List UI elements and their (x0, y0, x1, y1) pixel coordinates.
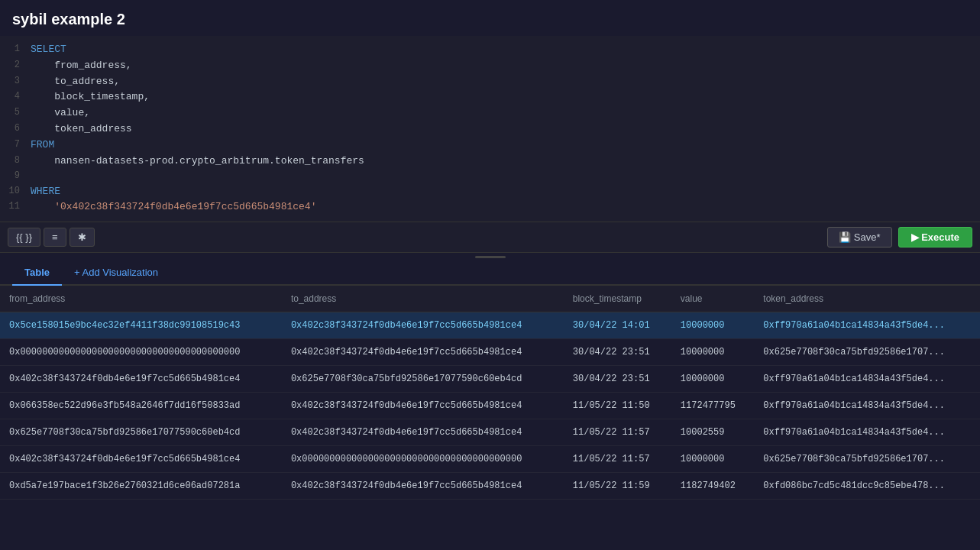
table-cell: 0x402c38f343724f0db4e6e19f7cc5d665b4981c… (282, 312, 564, 339)
page-title: sybil example 2 (0, 0, 980, 36)
table-cell: 0x402c38f343724f0db4e6e19f7cc5d665b4981c… (0, 446, 282, 473)
table-cell: 10000000 (671, 366, 754, 393)
table-cell: 30/04/22 14:01 (564, 312, 671, 339)
table-cell: 0x5ce158015e9bc4ec32ef4411f38dc99108519c… (0, 312, 282, 339)
format-json-button[interactable]: {{ }} (8, 228, 40, 247)
toolbar: {{ }} ≡ ✱ 💾 Save* ▶ Execute (0, 222, 980, 252)
table-cell: 11/05/22 11:50 (564, 393, 671, 419)
table-cell: 10000000 (671, 446, 754, 473)
tab-add-visualization[interactable]: + Add Visualization (62, 260, 170, 284)
table-cell: 11/05/22 11:57 (564, 446, 671, 473)
table-cell: 0xff970a61a04b1ca14834a43f5de4... (754, 312, 980, 339)
table-cell: 0x625e7708f30ca75bfd92586e1707... (754, 339, 980, 366)
table-row: 0x625e7708f30ca75bfd92586e17077590c60eb4… (0, 419, 980, 446)
table-cell: 0xd5a7e197bace1f3b26e2760321d6ce06ad0728… (0, 473, 282, 500)
table-row: 0x402c38f343724f0db4e6e19f7cc5d665b4981c… (0, 446, 980, 473)
execute-button[interactable]: ▶ Execute (898, 227, 972, 247)
col-to-address: to_address (282, 286, 564, 312)
format-other-button[interactable]: ✱ (70, 228, 95, 247)
table-cell: 0xff970a61a04b1ca14834a43f5de4... (754, 419, 980, 446)
tab-table[interactable]: Table (12, 260, 62, 286)
table-cell: 1182749402 (671, 473, 754, 500)
table-wrapper[interactable]: from_address to_address block_timestamp … (0, 286, 980, 550)
table-cell: 10000000 (671, 339, 754, 366)
table-cell: 0x402c38f343724f0db4e6e19f7cc5d665b4981c… (282, 419, 564, 446)
results-table: from_address to_address block_timestamp … (0, 286, 980, 500)
col-token-address: token_address (754, 286, 980, 312)
table-cell: 10002559 (671, 419, 754, 446)
table-cell: 0x625e7708f30ca75bfd92586e17077590c60eb4… (282, 366, 564, 393)
divider-handle[interactable] (0, 253, 980, 260)
table-cell: 1172477795 (671, 393, 754, 419)
table-cell: 0x00000000000000000000000000000000000000… (0, 339, 282, 366)
table-cell: 10000000 (671, 312, 754, 339)
table-cell: 0x066358ec522d96e3fb548a2646f7dd16f50833… (0, 393, 282, 419)
table-cell: 30/04/22 23:51 (564, 339, 671, 366)
save-button[interactable]: 💾 Save* (827, 227, 891, 247)
table-cell: 0x402c38f343724f0db4e6e19f7cc5d665b4981c… (0, 366, 282, 393)
table-cell: 0x625e7708f30ca75bfd92586e17077590c60eb4… (0, 419, 282, 446)
table-row: 0x066358ec522d96e3fb548a2646f7dd16f50833… (0, 393, 980, 419)
table-row: 0x5ce158015e9bc4ec32ef4411f38dc99108519c… (0, 312, 980, 339)
table-cell: 0x402c38f343724f0db4e6e19f7cc5d665b4981c… (282, 473, 564, 500)
tabs-bar: Table + Add Visualization (0, 260, 980, 286)
results-section: Table + Add Visualization from_address t… (0, 260, 980, 550)
table-cell: 0x402c38f343724f0db4e6e19f7cc5d665b4981c… (282, 393, 564, 419)
table-cell: 0xfd086bc7cd5c481dcc9c85ebe478... (754, 473, 980, 500)
table-cell: 30/04/22 23:51 (564, 366, 671, 393)
table-cell: 0x625e7708f30ca75bfd92586e1707... (754, 446, 980, 473)
table-row: 0x402c38f343724f0db4e6e19f7cc5d665b4981c… (0, 366, 980, 393)
format-table-button[interactable]: ≡ (44, 228, 66, 247)
table-cell: 0x402c38f343724f0db4e6e19f7cc5d665b4981c… (282, 339, 564, 366)
table-row: 0xd5a7e197bace1f3b26e2760321d6ce06ad0728… (0, 473, 980, 500)
table-cell: 0xff970a61a04b1ca14834a43f5de4... (754, 366, 980, 393)
col-from-address: from_address (0, 286, 282, 312)
col-value: value (671, 286, 754, 312)
table-row: 0x00000000000000000000000000000000000000… (0, 339, 980, 366)
table-cell: 0xff970a61a04b1ca14834a43f5de4... (754, 393, 980, 419)
table-cell: 0x00000000000000000000000000000000000000… (282, 446, 564, 473)
table-cell: 11/05/22 11:57 (564, 419, 671, 446)
editor-section: 1SELECT 2 from_address, 3 to_address, 4 … (0, 36, 980, 253)
table-cell: 11/05/22 11:59 (564, 473, 671, 500)
code-editor[interactable]: 1SELECT 2 from_address, 3 to_address, 4 … (0, 36, 980, 222)
col-block-timestamp: block_timestamp (564, 286, 671, 312)
